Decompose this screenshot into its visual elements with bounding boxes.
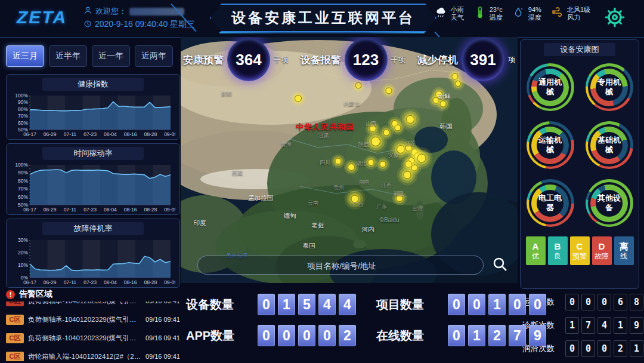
svg-text:07-23: 07-23 <box>83 131 97 137</box>
digit-box: 0 <box>318 325 336 346</box>
map-place-label: 四川 <box>320 159 330 167</box>
svg-text:08-04: 08-04 <box>104 207 117 213</box>
stat-label: 减少停机 <box>417 53 458 67</box>
map-marker[interactable] <box>383 130 390 136</box>
svg-text:07-23: 07-23 <box>83 207 97 213</box>
legend-label: 线 <box>620 252 627 261</box>
filter-button-近两年[interactable]: 近两年 <box>135 45 173 67</box>
svg-text:07-11: 07-11 <box>64 279 76 285</box>
search-icon[interactable] <box>491 256 509 273</box>
svg-text:08-16: 08-16 <box>124 207 137 213</box>
weather-item: 23°c温度 <box>473 6 503 21</box>
map-marker[interactable] <box>386 88 392 94</box>
filter-button-近半年[interactable]: 近半年 <box>49 45 87 67</box>
svg-text:80%: 80% <box>18 106 28 112</box>
digit-box: 0 <box>509 294 526 315</box>
gauge-gap: 通用机械 <box>529 66 571 109</box>
svg-text:90%: 90% <box>18 170 28 176</box>
digit-box: 7 <box>581 317 595 334</box>
filter-button-近三月[interactable]: 近三月 <box>6 45 44 67</box>
thermometer-icon <box>473 6 487 21</box>
legend-code: 离 <box>620 241 628 252</box>
weather-text: 北风1级风力 <box>567 6 590 21</box>
map-marker[interactable] <box>455 81 461 87</box>
page-title: 设备安康工业互联网平台 <box>231 8 415 27</box>
legend-label: 故障 <box>595 252 609 261</box>
map-marker[interactable] <box>355 82 362 89</box>
gear-icon[interactable] <box>605 7 625 27</box>
map-marker[interactable] <box>371 137 380 146</box>
gauge-ring: 电工电器 <box>531 184 569 222</box>
map-marker[interactable] <box>395 125 401 131</box>
svg-text:08-28: 08-28 <box>144 131 157 137</box>
quantity-counters: 设备数量01544项目数量00100APP数量00002在线数量01279 <box>186 294 546 346</box>
gauge-ring: 通用机械 <box>531 69 569 106</box>
alarm-time: 09/16 09:41 <box>145 353 180 360</box>
map-marker[interactable] <box>380 161 386 168</box>
map-marker[interactable] <box>404 171 411 179</box>
digit-box: 1 <box>468 325 485 346</box>
alarm-list: D区负荷侧轴承-10401202329(煤气引风机电...09/16 09:41… <box>6 302 180 361</box>
svg-text:08-04: 08-04 <box>104 131 117 137</box>
digit-box: 5 <box>298 294 315 315</box>
stat-unit: 项 <box>508 55 515 65</box>
digit-box: 0 <box>468 294 485 315</box>
weather-label: 天气 <box>451 14 464 21</box>
map-marker[interactable] <box>406 115 414 124</box>
filter-button-近一年[interactable]: 近一年 <box>92 45 130 67</box>
alarm-row[interactable]: C区负荷侧轴承-10401202329(煤气引风机电...09/16 09:41 <box>6 331 180 345</box>
map-marker[interactable] <box>368 159 374 166</box>
map-place-label: 山西 <box>366 120 376 128</box>
map-stat-安康预警: 安康预警364千项 <box>183 38 288 81</box>
svg-text:10%: 10% <box>18 262 28 268</box>
dashboard: ZETA 欢迎您： 2020-9-16 09:40:40 星期三 设备安康工业互… <box>0 0 644 363</box>
alarm-row[interactable]: C区齿轮箱输入端-10401202412(2#（2V）...09/16 09:4… <box>6 349 180 361</box>
counter-在线数量: 在线数量01279 <box>376 325 546 346</box>
map-marker[interactable] <box>417 154 426 163</box>
digit-box: 0 <box>565 340 579 357</box>
map-place-label: 西藏 <box>232 170 243 177</box>
baidu-watermark: ©Baidu <box>380 217 400 223</box>
legend-离: 离线 <box>614 236 634 265</box>
svg-text:09-09: 09-09 <box>164 279 175 285</box>
svg-text:07-11: 07-11 <box>64 207 76 213</box>
alarm-row[interactable]: D区负荷侧轴承-10401202329(煤气引风机电...09/16 09:41 <box>6 302 180 308</box>
map-marker[interactable] <box>335 158 342 165</box>
wind-icon <box>551 6 564 21</box>
digit-box: 0 <box>597 294 611 310</box>
weather-value: 北风1级 <box>567 6 590 14</box>
digit-box: 0 <box>298 325 315 346</box>
gauge-label: 运输机械 <box>537 132 564 159</box>
digit-box: 0 <box>448 325 465 346</box>
stat-label: 设备报警 <box>301 53 341 67</box>
chart-panel-health-index: 健康指数 100%90%80%70%60%50%06-1706-2907-110… <box>6 74 180 140</box>
map-marker[interactable] <box>440 101 447 107</box>
map-place-label: 内蒙古 <box>344 100 360 108</box>
counter-项目数量: 项目数量00100 <box>376 294 546 315</box>
search-input[interactable] <box>198 256 485 275</box>
digit-box: 6 <box>614 294 627 310</box>
svg-text:70%: 70% <box>18 186 28 192</box>
digit-box: 0 <box>529 294 546 315</box>
project-search <box>197 256 484 275</box>
map-marker[interactable] <box>348 164 355 171</box>
digit-box: 4 <box>339 294 356 315</box>
gauge-ring: 专用机械 <box>590 69 628 106</box>
map-marker[interactable] <box>295 95 302 102</box>
country-name-label: 中华人民共和国 <box>296 122 354 133</box>
time-utilization-chart: 100%90%80%70%60%50%06-1706-2907-1107-230… <box>11 161 175 213</box>
gauge-gap: 运输机械 <box>529 124 571 167</box>
alarm-row[interactable]: C区负荷侧轴承-10401202329(煤气引风机电...09/16 09:41 <box>6 312 180 327</box>
legend-D: D故障 <box>592 236 612 265</box>
alarm-text: 齿轮箱输入端-10401202412(2#（2V）... <box>28 352 141 361</box>
china-map[interactable]: 中华人民共和国朝鲜韩国孟加拉国印度缅甸老挝泰国河内新疆内蒙古甘肃青海西藏四川陕西… <box>181 37 518 283</box>
legend-A: A优 <box>526 236 546 265</box>
equipment-health-panel: 设备安康图 通用机械专用机械运输机械基础机械电工电器其他设备 A优B良C预警D故… <box>520 39 639 289</box>
counter-digits: 00100 <box>448 294 546 315</box>
alarm-text: 负荷侧轴承-10401202329(煤气引风机电... <box>28 334 141 343</box>
legend-label: 良 <box>554 252 561 261</box>
legend-code: D <box>599 241 605 252</box>
weather-value: 小雨 <box>451 6 464 14</box>
map-marker[interactable] <box>411 165 418 171</box>
map-place-label: 韩国 <box>440 122 453 131</box>
